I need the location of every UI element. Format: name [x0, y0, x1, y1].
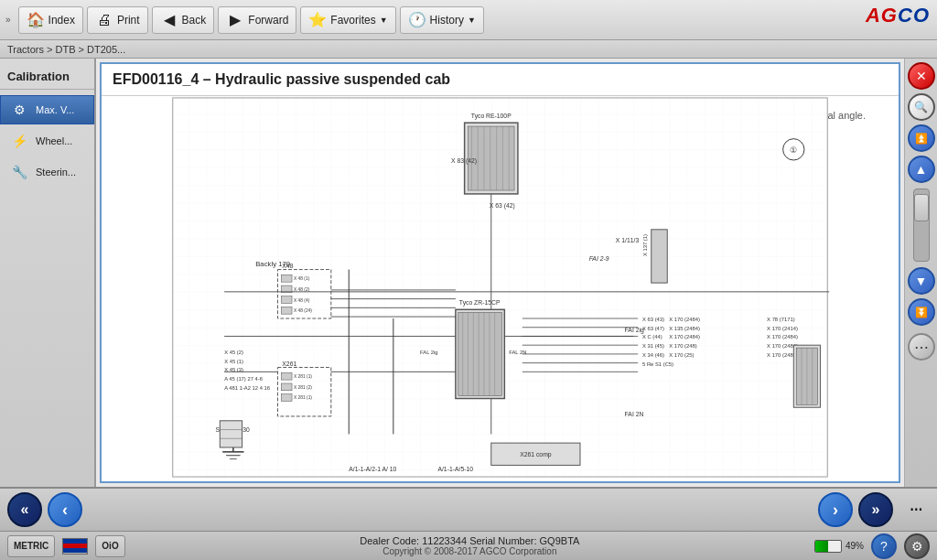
- favorites-label: Favorites: [330, 14, 375, 27]
- svg-text:X 63 (43): X 63 (43): [642, 317, 664, 322]
- svg-text:X C (44): X C (44): [642, 334, 662, 339]
- copyright-text: Copyright © 2008-2017 AGCO Corporation: [382, 546, 556, 556]
- scroll-top-button[interactable]: ⏫: [908, 124, 935, 152]
- svg-rect-22: [281, 296, 292, 304]
- svg-text:X261: X261: [282, 361, 296, 367]
- svg-rect-90: [220, 421, 242, 447]
- wiring-diagram-svg: Tyco RE-100P X 83 (42) X 137 (1) ① Ba: [102, 96, 899, 479]
- expand-arrows-icon: »: [5, 15, 11, 25]
- battery-indicator: [814, 540, 842, 553]
- svg-text:X 281 (2): X 281 (2): [294, 385, 312, 390]
- svg-text:X 63 (42): X 63 (42): [490, 202, 515, 210]
- svg-rect-20: [281, 275, 292, 282]
- svg-text:X48: X48: [282, 263, 293, 269]
- sidebar-item-wheel[interactable]: ⚡ Wheel...: [0, 126, 94, 156]
- svg-text:X 45 (1): X 45 (1): [224, 359, 243, 364]
- svg-text:X 78 (7171): X 78 (7171): [767, 317, 795, 322]
- sidebar: Calibration ⚙ Max. V... ⚡ Wheel... 🔧 Ste…: [0, 59, 96, 487]
- forward-button[interactable]: ▶ Forward: [218, 6, 296, 34]
- sidebar-icon-wheel: ⚡: [8, 132, 30, 150]
- help-button[interactable]: ?: [871, 533, 897, 559]
- svg-text:X 48 (1): X 48 (1): [294, 276, 310, 281]
- battery-area: 49%: [814, 540, 864, 553]
- right-sidebar: ✕ 🔍 ⏫ ▲ ▼ ⏬ ⋯: [904, 59, 937, 487]
- svg-text:FAI 2-9: FAI 2-9: [589, 255, 609, 262]
- history-button[interactable]: 🕐 History ▼: [400, 6, 484, 34]
- svg-rect-29: [458, 312, 502, 395]
- sidebar-label-steering: Steerin...: [36, 167, 76, 178]
- scrollbar-thumb: [914, 194, 929, 221]
- metric-button[interactable]: METRIC: [7, 535, 55, 557]
- help-icon: ?: [880, 539, 888, 554]
- forward-icon: ▶: [226, 11, 244, 29]
- settings-icon: ⚙: [911, 539, 923, 554]
- svg-text:X 170 (2484): X 170 (2484): [767, 334, 798, 339]
- index-button[interactable]: 🏠 Index: [18, 6, 83, 34]
- nav-first-button[interactable]: «: [7, 492, 42, 527]
- sidebar-item-steering[interactable]: 🔧 Steerin...: [0, 157, 94, 187]
- vertical-scrollbar[interactable]: [913, 188, 930, 262]
- index-label: Index: [48, 14, 75, 27]
- svg-text:X 45 (2): X 45 (2): [224, 350, 243, 355]
- sidebar-label-wheel: Wheel...: [36, 135, 72, 146]
- right-notice-text: al angle.: [827, 110, 866, 121]
- battery-fill: [815, 541, 828, 552]
- metric-label: METRIC: [14, 541, 48, 551]
- back-button[interactable]: ◀ Back: [152, 6, 215, 34]
- svg-text:A 45 (17) 27 4-6: A 45 (17) 27 4-6: [224, 376, 263, 382]
- svg-text:X 31 (45): X 31 (45): [642, 343, 664, 349]
- dealer-info: Dealer Code: 11223344 Serial Number: GQ9…: [360, 535, 579, 546]
- scroll-up-button[interactable]: ▲: [908, 156, 935, 183]
- bottom-nav: « ‹ › » ⋯: [0, 487, 937, 531]
- svg-text:①: ①: [790, 145, 797, 155]
- zoom-button[interactable]: 🔍: [908, 93, 935, 121]
- close-button[interactable]: ✕: [908, 62, 935, 90]
- nav-prev-button[interactable]: ‹: [48, 492, 82, 527]
- main-area: Calibration ⚙ Max. V... ⚡ Wheel... 🔧 Ste…: [0, 59, 937, 487]
- svg-text:X 137 (1): X 137 (1): [642, 234, 648, 256]
- audio-button[interactable]: OiO: [95, 535, 124, 557]
- svg-text:FAL 2ig: FAL 2ig: [420, 350, 438, 355]
- back-icon: ◀: [160, 11, 178, 29]
- history-label: History: [430, 14, 464, 27]
- flag-uk[interactable]: [62, 538, 88, 555]
- sidebar-item-maxv[interactable]: ⚙ Max. V...: [0, 95, 94, 124]
- svg-rect-43: [281, 383, 292, 391]
- svg-text:X 281 (1): X 281 (1): [294, 395, 312, 400]
- scroll-down-button[interactable]: ▼: [908, 267, 935, 295]
- svg-rect-23: [281, 307, 292, 314]
- print-button[interactable]: 🖨 Print: [87, 6, 148, 34]
- forward-label: Forward: [248, 14, 288, 27]
- svg-text:X 170 (2484): X 170 (2484): [669, 334, 700, 339]
- svg-text:A/1-1-A/2-1 A/ 10: A/1-1-A/2-1 A/ 10: [349, 466, 396, 472]
- more-options-button[interactable]: ⋯: [908, 333, 935, 361]
- settings-button[interactable]: ⚙: [904, 533, 930, 559]
- nav-right-more[interactable]: ⋯: [902, 496, 930, 523]
- sidebar-icon-maxv: ⚙: [8, 101, 30, 119]
- svg-text:Tyco RE-100P: Tyco RE-100P: [471, 113, 512, 120]
- back-label: Back: [182, 14, 207, 27]
- svg-text:X 135 (2484): X 135 (2484): [669, 326, 700, 331]
- index-icon: 🏠: [27, 11, 45, 29]
- svg-text:X 170 (2414): X 170 (2414): [767, 326, 798, 331]
- svg-text:X 48 (2): X 48 (2): [294, 287, 310, 292]
- sidebar-header: Calibration: [0, 66, 94, 90]
- svg-text:X 281 (1): X 281 (1): [294, 374, 312, 379]
- svg-text:X 170 (25): X 170 (25): [669, 352, 694, 358]
- favorites-button[interactable]: ⭐ Favorites ▼: [300, 6, 395, 34]
- nav-next-button[interactable]: ›: [818, 492, 853, 527]
- nav-last-button[interactable]: »: [858, 492, 893, 527]
- diagram-content: Tyco RE-100P X 83 (42) X 137 (1) ① Ba: [102, 96, 899, 479]
- favorites-icon: ⭐: [308, 11, 327, 29]
- status-bar: METRIC OiO Dealer Code: 11223344 Serial …: [0, 531, 937, 560]
- svg-text:A 481 1-A2 12 4 16: A 481 1-A2 12 4 16: [224, 385, 270, 391]
- svg-text:X 63 (47): X 63 (47): [642, 326, 664, 331]
- sidebar-icon-steering: 🔧: [8, 163, 30, 181]
- svg-rect-13: [652, 230, 667, 283]
- scroll-bottom-button[interactable]: ⏬: [908, 298, 935, 326]
- svg-text:FAI 2N: FAI 2N: [625, 411, 644, 417]
- print-label: Print: [117, 14, 140, 27]
- svg-text:X 48 (4): X 48 (4): [294, 298, 310, 303]
- svg-rect-42: [281, 372, 292, 380]
- status-info: Dealer Code: 11223344 Serial Number: GQ9…: [133, 535, 807, 556]
